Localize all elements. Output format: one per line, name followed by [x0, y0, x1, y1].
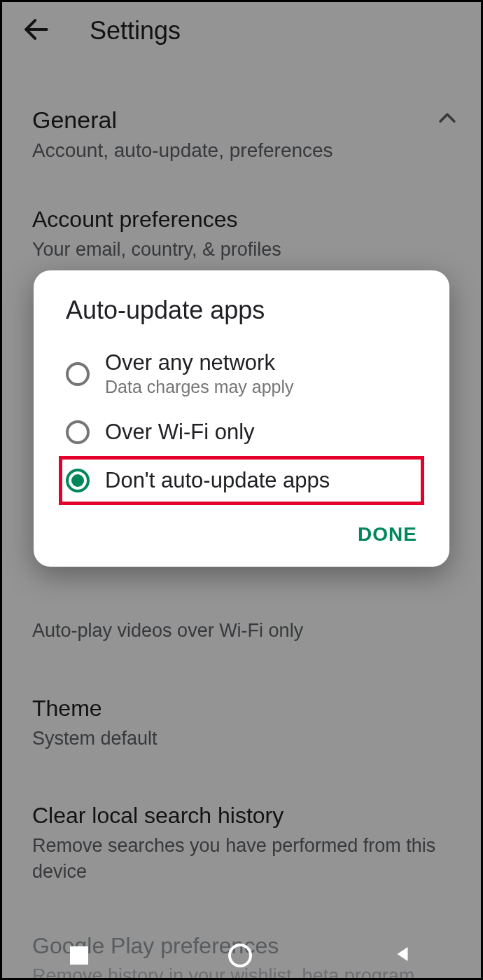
chevron-up-icon: [435, 106, 459, 133]
item-clear-title: Clear local search history: [32, 803, 451, 829]
item-theme-title: Theme: [32, 696, 451, 722]
radio-selected-icon: [66, 469, 90, 492]
item-theme-subtitle: System default: [32, 726, 451, 751]
option-over-wifi-only[interactable]: Over Wi-Fi only: [34, 408, 449, 456]
radio-unselected-icon: [66, 362, 90, 386]
settings-screen: Settings General Account, auto-update, p…: [0, 0, 483, 980]
item-clear-subtitle: Remove searches you have performed from …: [32, 833, 451, 884]
item-autoplay[interactable]: Auto-play videos over Wi-Fi only: [0, 618, 483, 658]
radio-unselected-icon: [66, 420, 90, 444]
section-general[interactable]: General Account, auto-update, preference…: [0, 90, 483, 179]
section-general-title: General: [32, 106, 333, 134]
nav-recents-icon[interactable]: [70, 946, 88, 965]
item-theme[interactable]: Theme System default: [0, 680, 483, 766]
option-label: Don't auto-update apps: [105, 468, 330, 493]
page-title: Settings: [90, 16, 181, 46]
option-dont-auto-update[interactable]: Don't auto-update apps: [59, 456, 424, 505]
item-autoplay-subtitle: Auto-play videos over Wi-Fi only: [32, 618, 451, 643]
nav-home-icon[interactable]: [228, 944, 252, 967]
option-over-any-network[interactable]: Over any network Data charges may apply: [34, 339, 449, 408]
item-clear-history[interactable]: Clear local search history Remove search…: [0, 787, 483, 899]
option-label: Over any network: [105, 350, 294, 375]
nav-back-icon[interactable]: [392, 944, 413, 967]
option-label: Over Wi-Fi only: [105, 420, 255, 445]
app-bar: Settings: [0, 0, 483, 62]
section-general-subtitle: Account, auto-update, preferences: [32, 139, 333, 162]
done-button[interactable]: DONE: [358, 523, 417, 546]
dialog-title: Auto-update apps: [34, 296, 449, 339]
back-arrow-icon[interactable]: [21, 14, 52, 48]
android-nav-bar: [0, 931, 483, 980]
item-account-preferences[interactable]: Account preferences Your email, country,…: [0, 191, 483, 277]
option-sub: Data charges may apply: [105, 377, 294, 397]
item-account-subtitle: Your email, country, & profiles: [32, 237, 451, 262]
item-account-title: Account preferences: [32, 207, 451, 233]
auto-update-dialog: Auto-update apps Over any network Data c…: [34, 270, 449, 567]
